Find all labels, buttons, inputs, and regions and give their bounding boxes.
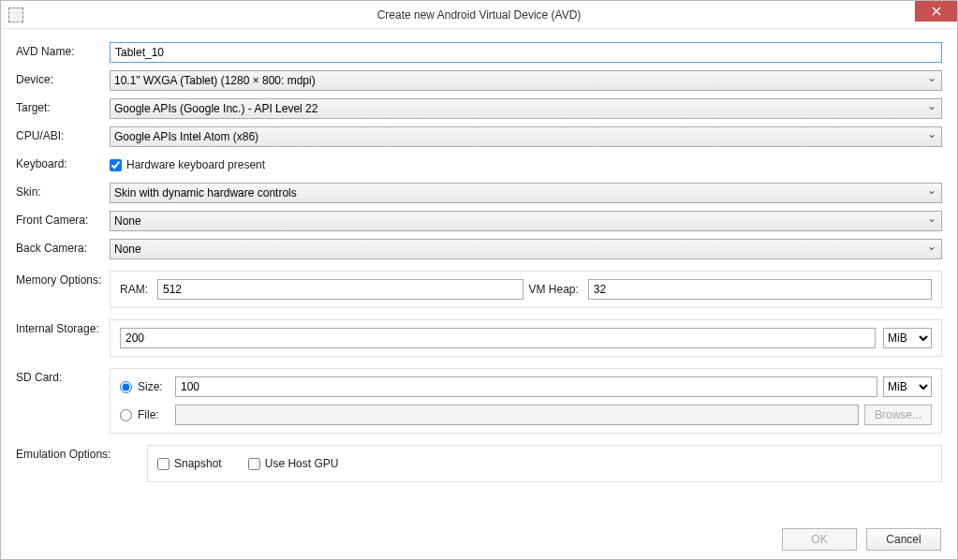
cpu-abi-label: CPU/ABI:	[16, 126, 110, 142]
internal-storage-group: MiB	[110, 319, 942, 357]
cancel-button[interactable]: Cancel	[866, 528, 941, 551]
ram-label: RAM:	[120, 283, 148, 296]
browse-button: Browse...	[864, 405, 932, 425]
snapshot-checkbox[interactable]	[157, 458, 169, 470]
memory-options-label: Memory Options:	[16, 271, 110, 287]
internal-storage-unit-dropdown[interactable]: MiB	[883, 328, 932, 348]
use-host-gpu-checkbox[interactable]	[248, 458, 260, 470]
ram-input[interactable]	[157, 279, 523, 300]
dialog-footer: OK Cancel	[782, 528, 941, 551]
avd-name-input[interactable]	[110, 42, 942, 63]
back-camera-label: Back Camera:	[16, 239, 110, 255]
front-camera-label: Front Camera:	[16, 211, 110, 227]
sd-file-input	[175, 405, 859, 425]
snapshot-label: Snapshot	[174, 457, 222, 470]
sd-file-radio[interactable]	[120, 409, 132, 421]
keyboard-label: Keyboard:	[16, 155, 110, 170]
titlebar: Create new Android Virtual Device (AVD)	[1, 1, 957, 29]
vm-heap-label: VM Heap:	[529, 283, 579, 296]
emulation-options-group: Snapshot Use Host GPU	[147, 445, 942, 482]
close-button[interactable]	[915, 1, 957, 22]
keyboard-checkbox[interactable]	[110, 159, 122, 171]
internal-storage-input[interactable]	[120, 328, 876, 348]
memory-options-group: RAM: VM Heap:	[110, 271, 942, 308]
internal-storage-label: Internal Storage:	[16, 319, 110, 335]
window-title: Create new Android Virtual Device (AVD)	[1, 8, 957, 22]
cpu-abi-dropdown[interactable]: Google APIs Intel Atom (x86)	[110, 126, 942, 147]
target-dropdown[interactable]: Google APIs (Google Inc.) - API Level 22	[110, 98, 942, 119]
skin-dropdown[interactable]: Skin with dynamic hardware controls	[110, 183, 942, 203]
avd-name-label: AVD Name:	[16, 42, 110, 58]
ok-button[interactable]: OK	[782, 528, 857, 551]
keyboard-checkbox-label: Hardware keyboard present	[126, 158, 265, 171]
sd-size-input[interactable]	[175, 376, 877, 397]
close-icon	[932, 7, 941, 16]
sd-card-group: Size: MiB File: Browse...	[110, 368, 942, 434]
device-label: Device:	[16, 70, 110, 86]
sd-size-radio[interactable]	[120, 381, 132, 393]
sd-file-label: File:	[138, 408, 166, 421]
dialog-content: AVD Name: Device: 10.1" WXGA (Tablet) (1…	[1, 29, 957, 499]
target-label: Target:	[16, 98, 110, 114]
use-host-gpu-label: Use Host GPU	[265, 457, 339, 470]
sd-card-label: SD Card:	[16, 368, 110, 384]
device-dropdown[interactable]: 10.1" WXGA (Tablet) (1280 × 800: mdpi)	[110, 70, 942, 91]
sd-size-label: Size:	[138, 380, 166, 393]
front-camera-dropdown[interactable]: None	[110, 211, 942, 231]
sd-size-unit-dropdown[interactable]: MiB	[883, 376, 932, 397]
emulation-options-label: Emulation Options:	[16, 445, 147, 461]
app-icon	[8, 7, 23, 22]
vm-heap-input[interactable]	[588, 279, 932, 300]
skin-label: Skin:	[16, 183, 110, 199]
back-camera-dropdown[interactable]: None	[110, 239, 942, 259]
